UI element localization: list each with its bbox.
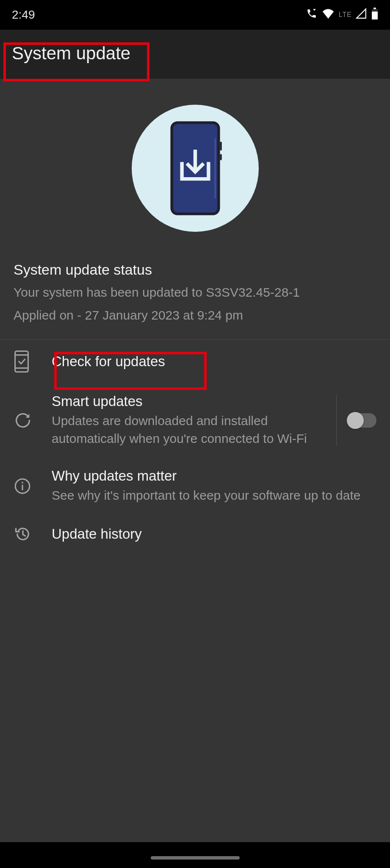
hero-circle <box>132 105 259 232</box>
history-icon <box>14 525 39 543</box>
update-status-block: System update status Your system has bee… <box>0 245 390 340</box>
refresh-icon <box>14 411 39 430</box>
status-title: System update status <box>14 262 376 278</box>
smart-updates-sub: Updates are downloaded and installed aut… <box>52 412 326 448</box>
page-title: System update <box>12 43 378 64</box>
why-updates-matter-item[interactable]: Why updates matter See why it's importan… <box>0 458 390 515</box>
why-updates-title: Why updates matter <box>52 468 376 484</box>
gesture-bar[interactable] <box>151 856 240 860</box>
status-applied-date: Applied on - 27 January 2023 at 9:24 pm <box>14 308 376 323</box>
battery-icon <box>371 8 378 22</box>
smart-updates-toggle[interactable] <box>349 413 376 428</box>
svg-rect-6 <box>220 154 221 161</box>
wifi-icon <box>322 8 335 22</box>
smart-updates-title: Smart updates <box>52 393 326 409</box>
smart-updates-item[interactable]: Smart updates Updates are downloaded and… <box>0 383 390 458</box>
svg-rect-5 <box>220 142 221 150</box>
wifi-calling-icon <box>306 8 318 22</box>
update-history-title: Update history <box>52 526 376 542</box>
svg-rect-7 <box>15 351 28 372</box>
status-bar: 2:49 LTE <box>0 0 390 30</box>
why-updates-sub: See why it's important to keep your soft… <box>52 487 376 504</box>
status-time: 2:49 <box>12 8 35 22</box>
svg-rect-2 <box>373 8 376 9</box>
check-for-updates-item[interactable]: Check for updates <box>0 340 390 383</box>
check-updates-label: Check for updates <box>52 353 376 370</box>
svg-point-12 <box>22 482 23 484</box>
page-body: System update status Your system has bee… <box>0 79 390 842</box>
phone-download-icon <box>168 120 223 217</box>
divider <box>336 395 337 446</box>
network-type-label: LTE <box>339 11 352 19</box>
cell-signal-icon <box>355 8 367 22</box>
update-history-item[interactable]: Update history <box>0 515 390 554</box>
hero-illustration <box>0 79 390 245</box>
svg-rect-1 <box>372 11 378 19</box>
info-icon <box>14 477 39 495</box>
status-version: Your system has been updated to S3SV32.4… <box>14 284 376 300</box>
app-header: System update <box>0 30 390 79</box>
phone-check-icon <box>14 350 39 373</box>
status-indicators: LTE <box>306 8 378 22</box>
